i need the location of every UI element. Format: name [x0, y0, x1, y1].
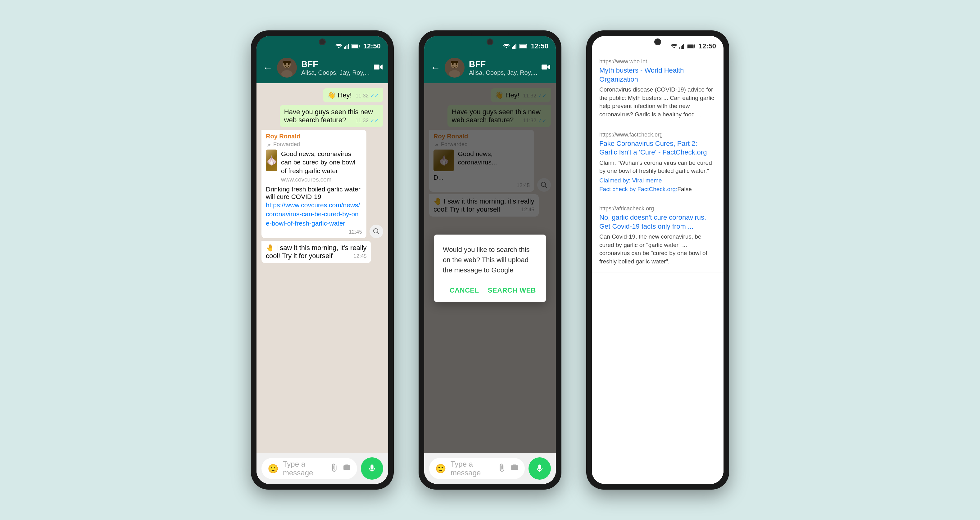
- result-fact-check-2: Fact check by FactCheck.org:False: [599, 186, 716, 193]
- search-web-btn-1[interactable]: [369, 225, 383, 238]
- result-title-3[interactable]: No, garlic doesn't cure coronavirus. Get…: [599, 213, 716, 231]
- back-button-2[interactable]: ←: [430, 62, 440, 73]
- mic-button-1[interactable]: [361, 457, 383, 480]
- msg-link-1[interactable]: https://www.covcures.com/news/coronaviru…: [266, 200, 362, 228]
- chat-members-1: Alisa, Coops, Jay, Roy,...: [301, 69, 369, 76]
- msg-received-saw-1: 🤚 I saw it this morning, it's really coo…: [261, 241, 371, 263]
- result-title-1[interactable]: Myth busters - World Health Organization: [599, 66, 716, 84]
- svg-rect-32: [682, 45, 683, 49]
- svg-rect-1: [345, 46, 346, 49]
- battery-icon-3: [687, 44, 695, 48]
- svg-rect-35: [687, 45, 694, 48]
- svg-rect-12: [374, 65, 379, 70]
- video-call-icon-1[interactable]: [374, 63, 383, 73]
- search-results-3: https://www.who.int Myth busters - World…: [592, 52, 724, 484]
- message-input-1[interactable]: Type a message: [283, 460, 326, 477]
- status-time-2: 12:50: [531, 42, 548, 50]
- phone-camera-1: [319, 38, 326, 45]
- back-button-1[interactable]: ←: [263, 62, 273, 73]
- svg-rect-3: [348, 44, 349, 49]
- dialog-buttons-2: CANCEL SEARCH WEB: [443, 284, 537, 297]
- signal-icon-1: [344, 44, 350, 49]
- status-icons-2: 12:50: [503, 42, 548, 50]
- svg-rect-16: [513, 46, 514, 49]
- chat-body-1: 👋 Hey! 11:32 ✓✓ Have you guys seen this …: [256, 83, 388, 453]
- result-desc-1: Coronavirus disease (COVID-19) advice fo…: [599, 86, 716, 119]
- signal-icon-2: [512, 44, 517, 49]
- status-icons-1: 12:50: [336, 42, 381, 50]
- wifi-icon-2: [503, 44, 510, 49]
- result-desc-2: Claim: "Wuhan's corona virus can be cure…: [599, 159, 716, 175]
- mic-button-2[interactable]: [528, 457, 551, 480]
- signal-icon-3: [679, 44, 685, 49]
- emoji-icon-1[interactable]: 🙂: [268, 463, 278, 474]
- result-url-1: https://www.who.int: [599, 58, 716, 65]
- chat-members-2: Alisa, Coops, Jay, Roy,...: [469, 69, 537, 76]
- search-dialog-2: Would you like to search this on the web…: [434, 235, 546, 302]
- svg-line-14: [378, 233, 379, 235]
- result-title-2[interactable]: Fake Coronavirus Cures, Part 2: Garlic I…: [599, 139, 716, 157]
- result-item-1[interactable]: https://www.who.int Myth busters - World…: [592, 52, 724, 125]
- forwarded-row-1: Roy Ronald Forwarded 🧄 Good news, corona…: [261, 130, 383, 238]
- svg-point-23: [449, 70, 460, 78]
- svg-rect-31: [681, 46, 682, 49]
- phone-camera-3: [654, 38, 661, 45]
- phone-screen-3: 12:50 https://www.who.int Myth busters -…: [592, 36, 724, 484]
- msg-time-fwd-1: 12:45: [349, 229, 362, 235]
- msg-desc-1: Drinking fresh boiled garlic water will …: [266, 185, 362, 200]
- attach-icon-2[interactable]: [498, 463, 506, 474]
- input-bar-1: 🙂 Type a message: [256, 453, 388, 484]
- svg-rect-11: [283, 61, 291, 63]
- video-call-icon-2[interactable]: [541, 63, 551, 73]
- svg-rect-33: [683, 44, 684, 49]
- phone-notch-3: [639, 32, 676, 36]
- search-web-button-2[interactable]: SEARCH WEB: [487, 284, 537, 297]
- svg-rect-18: [515, 44, 516, 49]
- input-field-1[interactable]: 🙂 Type a message: [261, 458, 357, 479]
- phone-camera-2: [487, 38, 493, 45]
- phone-1: 12:50 ← BFF Alisa, Coops, Jay, Roy,...: [251, 30, 394, 490]
- phone-notch-1: [304, 32, 341, 36]
- forwarded-url-1: www.covcures.com: [281, 176, 362, 183]
- message-input-2[interactable]: Type a message: [450, 460, 494, 477]
- result-desc-3: Can Covid-19, the new coronavirus, be cu…: [599, 233, 716, 266]
- status-time-1: 12:50: [363, 42, 381, 50]
- msg-sent-feature-1: Have you guys seen this new web search f…: [280, 105, 383, 127]
- result-item-2[interactable]: https://www.factcheck.org Fake Coronavir…: [592, 125, 724, 199]
- phone-3: 12:50 https://www.who.int Myth busters -…: [586, 30, 729, 490]
- result-claimed-by-2: Claimed by: Viral meme: [599, 177, 716, 184]
- forwarded-title-1: Good news, coronavirus can be cured by o…: [281, 149, 362, 175]
- avatar-2: [445, 58, 465, 78]
- status-icons-3: 12:50: [671, 42, 716, 50]
- chat-name-2: BFF: [469, 59, 537, 70]
- forwarded-label-1: Forwarded: [266, 141, 362, 148]
- camera-icon-1[interactable]: [343, 463, 351, 474]
- phone-2: 12:50 ← BFF Alisa, Coops, Jay, Roy,...: [418, 30, 562, 490]
- chat-header-2: ← BFF Alisa, Coops, Jay, Roy,...: [424, 52, 556, 83]
- input-field-2[interactable]: 🙂 Type a message: [429, 458, 525, 479]
- status-time-3: 12:50: [699, 42, 716, 50]
- camera-icon-2[interactable]: [511, 463, 519, 474]
- avatar-1: [277, 58, 297, 78]
- phone-screen-2: 12:50 ← BFF Alisa, Coops, Jay, Roy,...: [424, 36, 556, 484]
- phone-screen-1: 12:50 ← BFF Alisa, Coops, Jay, Roy,...: [256, 36, 388, 484]
- chat-name-1: BFF: [301, 59, 369, 70]
- result-item-3[interactable]: https://africacheck.org No, garlic doesn…: [592, 199, 724, 273]
- attach-icon-1[interactable]: [330, 463, 339, 474]
- chat-area-2: 👋 Hey! 11:32 ✓✓ Have you guys seen this …: [424, 83, 556, 453]
- svg-rect-15: [512, 47, 513, 49]
- svg-rect-5: [352, 45, 358, 48]
- msg-sender-1: Roy Ronald: [266, 133, 362, 140]
- phone-notch-2: [471, 32, 509, 36]
- msg-sent-hey-1: 👋 Hey! 11:32 ✓✓: [323, 88, 383, 102]
- emoji-icon-2[interactable]: 🙂: [435, 463, 446, 474]
- garlic-image-1: 🧄: [266, 149, 277, 171]
- forwarded-content-1: 🧄 Good news, coronavirus can be cured by…: [266, 149, 362, 183]
- msg-received-fwd-1: Roy Ronald Forwarded 🧄 Good news, corona…: [261, 130, 366, 238]
- input-bar-2: 🙂 Type a message: [424, 453, 556, 484]
- svg-rect-27: [541, 65, 547, 70]
- cancel-button-2[interactable]: CANCEL: [449, 284, 480, 297]
- result-url-3: https://africacheck.org: [599, 205, 716, 212]
- svg-rect-2: [347, 45, 347, 49]
- svg-rect-0: [344, 47, 345, 49]
